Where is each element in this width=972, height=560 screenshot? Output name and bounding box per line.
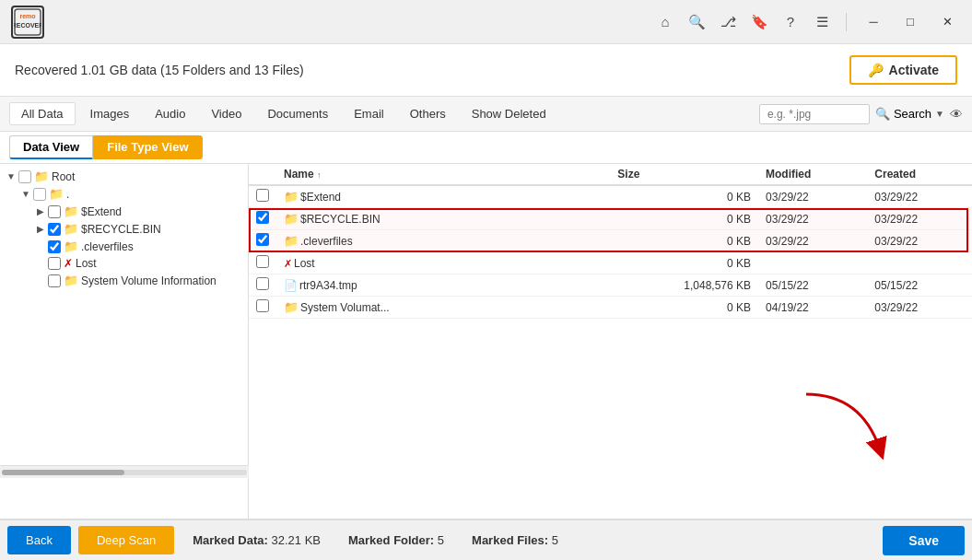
tree-item-dot[interactable]: ▼ 📁 . [0, 185, 248, 203]
eye-icon[interactable]: 👁 [950, 107, 963, 122]
marked-files-value: 5 [552, 533, 558, 547]
tree-item-root[interactable]: ▼ 📁 Root [0, 168, 248, 185]
maximize-button[interactable]: □ [896, 11, 924, 33]
tree-folder-icon-recycle: 📁 [64, 222, 78, 236]
tree-checkbox-lost[interactable] [48, 257, 61, 270]
folder-icon: 📁 [284, 213, 300, 226]
file-modified-value: 03/29/22 [758, 208, 867, 230]
file-modified-value: 03/29/22 [758, 230, 867, 252]
file-row-checkbox[interactable] [256, 233, 269, 246]
table-row: 📁System Volumat...0 KB04/19/2203/29/22 [249, 297, 972, 319]
marked-data-value: 32.21 KB [272, 533, 322, 547]
tree-expand-recycle[interactable]: ▶ [33, 224, 48, 234]
tree-label-systemvolume: System Volume Information [81, 274, 217, 287]
marked-folder-value: 5 [438, 533, 444, 547]
col-created-header[interactable]: Created [867, 164, 972, 185]
marked-folder-item: Marked Folder: 5 [348, 533, 444, 547]
tab-documents[interactable]: Documents [256, 103, 339, 124]
filter-dropdown-arrow[interactable]: ▼ [935, 109, 944, 119]
tree-hscrollbar[interactable] [0, 465, 249, 478]
data-view-button[interactable]: Data View [9, 135, 93, 159]
file-row-checkbox[interactable] [256, 299, 269, 312]
file-size-value: 0 KB [610, 185, 758, 208]
share-icon[interactable]: ⎇ [717, 14, 739, 30]
col-modified-header[interactable]: Modified [758, 164, 867, 185]
file-row-checkbox[interactable] [256, 277, 269, 290]
tree-label-recycle: $RECYCLE.BIN [81, 223, 161, 236]
file-table: Name ↑ Size Modified Created 📁$Extend0 K… [249, 164, 972, 319]
table-row: 📁.cleverfiles0 KB03/29/2203/29/22 [249, 230, 972, 252]
tree-checkbox-extend[interactable] [48, 205, 61, 218]
marked-folder-label: Marked Folder: [348, 533, 434, 547]
tree-item-systemvolume[interactable]: ▶ 📁 System Volume Information [0, 272, 248, 289]
tree-checkbox-cleverfiles[interactable] [48, 240, 61, 253]
file-size-value: 0 KB [610, 208, 758, 230]
file-icon: 📄 [284, 279, 299, 292]
deep-scan-button[interactable]: Deep Scan [78, 526, 174, 554]
file-name-label: Lost [294, 257, 315, 270]
sort-arrow-name: ↑ [317, 170, 322, 180]
activate-button[interactable]: 🔑 Activate [849, 55, 957, 85]
col-size-header[interactable]: Size [610, 164, 758, 185]
file-modified-value: 03/29/22 [758, 185, 867, 208]
status-info: Marked Data: 32.21 KB Marked Folder: 5 M… [193, 533, 883, 547]
file-size-value: 1,048,576 KB [610, 274, 758, 297]
content-area: ▼ 📁 Root ▼ 📁 . ▶ 📁 $Extend ▶ [0, 164, 972, 519]
file-row-checkbox[interactable] [256, 255, 269, 268]
filter-tabs: All Data Images Audio Video Documents Em… [0, 97, 972, 132]
file-modified-value: 04/19/22 [758, 297, 867, 319]
file-type-view-button[interactable]: File Type View [93, 135, 202, 159]
tree-checkbox-recycle[interactable] [48, 223, 61, 236]
tree-label-root: Root [52, 170, 75, 183]
file-created-value: 03/29/22 [867, 230, 972, 252]
menu-icon[interactable]: ☰ [811, 14, 833, 30]
tree-expand-dot[interactable]: ▼ [18, 189, 33, 199]
search-label[interactable]: Search [894, 107, 931, 121]
marked-files-item: Marked Files: 5 [472, 533, 558, 547]
file-row-checkbox[interactable] [256, 189, 269, 202]
activate-label: Activate [889, 63, 939, 77]
tab-images[interactable]: Images [79, 103, 141, 124]
tab-all-data[interactable]: All Data [9, 102, 76, 125]
col-check-header [249, 164, 276, 185]
tree-checkbox-root[interactable] [18, 170, 31, 183]
file-created-value: 05/15/22 [867, 274, 972, 297]
recovered-text: Recovered 1.01 GB data (15 Folders and 1… [15, 63, 304, 77]
tab-audio[interactable]: Audio [144, 103, 196, 124]
table-row: 📁$RECYCLE.BIN0 KB03/29/2203/29/22 [249, 208, 972, 230]
file-row-checkbox[interactable] [256, 211, 269, 224]
tab-email[interactable]: Email [343, 103, 395, 124]
tab-others[interactable]: Others [399, 103, 457, 124]
tree-expand-extend[interactable]: ▶ [33, 206, 48, 216]
tree-checkbox-systemvolume[interactable] [48, 274, 61, 287]
col-name-header[interactable]: Name ↑ [276, 164, 610, 185]
tree-label-cleverfiles: .cleverfiles [81, 240, 134, 253]
minimize-button[interactable]: ─ [860, 11, 887, 33]
tree-item-recycle[interactable]: ▶ 📁 $RECYCLE.BIN [0, 220, 248, 238]
tab-show-deleted[interactable]: Show Deleted [461, 103, 557, 124]
file-created-value [867, 252, 972, 274]
tree-panel: ▼ 📁 Root ▼ 📁 . ▶ 📁 $Extend ▶ [0, 164, 249, 519]
search-icon[interactable]: 🔍 [685, 14, 708, 30]
deleted-icon: ✗ [284, 257, 294, 270]
home-icon[interactable]: ⌂ [654, 14, 676, 29]
save-button[interactable]: Save [883, 526, 965, 555]
marked-data-label: Marked Data: [193, 533, 268, 547]
close-button[interactable]: ✕ [933, 11, 961, 33]
tree-folder-icon-extend: 📁 [64, 204, 78, 218]
help-icon[interactable]: ? [779, 14, 802, 29]
tree-item-extend[interactable]: ▶ 📁 $Extend [0, 203, 248, 220]
main-container: Recovered 1.01 GB data (15 Folders and 1… [0, 44, 972, 560]
tree-item-cleverfiles[interactable]: ▶ 📁 .cleverfiles [0, 238, 248, 255]
file-size-value: 0 KB [610, 297, 758, 319]
bookmark-icon[interactable]: 🔖 [748, 14, 770, 30]
tree-checkbox-dot[interactable] [33, 188, 46, 201]
tree-label-extend: $Extend [81, 205, 122, 218]
tree-item-lost[interactable]: ▶ ✗ Lost [0, 255, 248, 272]
tree-folder-icon-cleverfiles: 📁 [64, 239, 78, 253]
search-input[interactable] [759, 104, 870, 124]
tree-expand-root[interactable]: ▼ [4, 171, 18, 181]
tab-video[interactable]: Video [200, 103, 252, 124]
folder-icon: 📁 [284, 301, 300, 314]
back-button[interactable]: Back [7, 526, 71, 554]
